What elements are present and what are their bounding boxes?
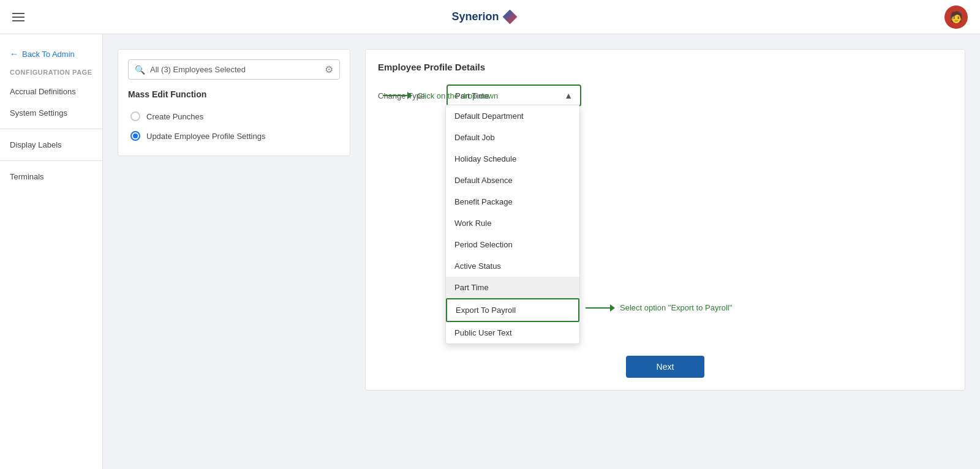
left-panel: 🔍 All (3) Employees Selected ⚙ Mass Edit… <box>118 49 350 156</box>
dropdown-item-work-rule[interactable]: Work Rule <box>446 212 579 234</box>
dropdown-item-part-time[interactable]: Part Time <box>446 277 579 298</box>
dropdown-item-active[interactable]: Active Status <box>446 255 579 277</box>
back-to-admin-label: Back To Admin <box>22 50 75 59</box>
arrow-right-icon <box>383 92 412 99</box>
radio-circle-update <box>130 131 140 141</box>
annotation-dropdown: Click on the drop down <box>383 91 498 100</box>
dropdown-item-period[interactable]: Period Selection <box>446 234 579 255</box>
menu-icon[interactable] <box>12 13 24 21</box>
avatar[interactable]: 🧑 <box>944 6 968 29</box>
main-content: 🔍 All (3) Employees Selected ⚙ Mass Edit… <box>103 34 980 469</box>
annotation-export: Select option "Export to Payroll" <box>586 303 732 312</box>
radio-circle-create <box>130 111 140 121</box>
next-btn-row: Next <box>378 356 952 378</box>
sidebar-item-display[interactable]: Display Labels <box>0 134 102 156</box>
brand-name: Synerion <box>451 10 499 23</box>
annotation-export-text: Select option "Export to Payroll" <box>620 303 732 312</box>
sidebar-divider <box>0 129 102 129</box>
radio-update-profile[interactable]: Update Employee Profile Settings <box>128 126 340 146</box>
sidebar-divider-2 <box>0 160 102 161</box>
brand-icon <box>503 10 518 24</box>
sidebar-item-terminals[interactable]: Terminals <box>0 166 102 187</box>
dropdown-menu: Default Department Default Job Holiday S… <box>445 105 580 344</box>
next-button[interactable]: Next <box>626 356 705 378</box>
dropdown-item-benefit[interactable]: Benefit Package <box>446 191 579 212</box>
radio-label-create: Create Punches <box>146 112 203 121</box>
dropdown-item-holiday[interactable]: Holiday Schedule <box>446 148 579 170</box>
change-type-row: Change Type Part Time ▲ Click on the dro… <box>378 84 952 107</box>
search-icon: 🔍 <box>135 65 145 75</box>
dropdown-item-export-payroll[interactable]: Export To Payroll <box>446 298 579 322</box>
arrow-right-export-icon <box>586 304 615 312</box>
sidebar: ← Back To Admin CONFIGURATION PAGE Accru… <box>0 34 103 469</box>
config-section-label: CONFIGURATION PAGE <box>0 64 102 81</box>
top-nav: Synerion 🧑 <box>0 0 980 34</box>
brand-logo: Synerion <box>451 10 517 24</box>
annotation-dropdown-text: Click on the drop down <box>417 91 498 100</box>
mass-edit-label: Mass Edit Function <box>128 89 340 99</box>
main-layout: ← Back To Admin CONFIGURATION PAGE Accru… <box>0 34 980 469</box>
panel-title: Employee Profile Details <box>378 62 952 72</box>
radio-label-update: Update Employee Profile Settings <box>146 132 265 141</box>
dropdown-item-default-dept[interactable]: Default Department <box>446 105 579 127</box>
dropdown-item-default-absence[interactable]: Default Absence <box>446 170 579 191</box>
search-text: All (3) Employees Selected <box>150 65 320 74</box>
dropdown-item-public-user[interactable]: Public User Text <box>446 322 579 343</box>
right-panel: Employee Profile Details Change Type Par… <box>365 49 965 391</box>
dropdown-item-default-job[interactable]: Default Job <box>446 127 579 148</box>
back-to-admin-link[interactable]: ← Back To Admin <box>0 44 102 64</box>
back-arrow-icon: ← <box>10 49 18 59</box>
sidebar-item-system[interactable]: System Settings <box>0 102 102 124</box>
radio-create-punches[interactable]: Create Punches <box>128 107 340 126</box>
sidebar-item-accrual[interactable]: Accrual Definitions <box>0 81 102 102</box>
chevron-up-icon: ▲ <box>564 91 573 100</box>
employee-search-bar[interactable]: 🔍 All (3) Employees Selected ⚙ <box>128 59 340 80</box>
filter-icon[interactable]: ⚙ <box>325 64 333 75</box>
